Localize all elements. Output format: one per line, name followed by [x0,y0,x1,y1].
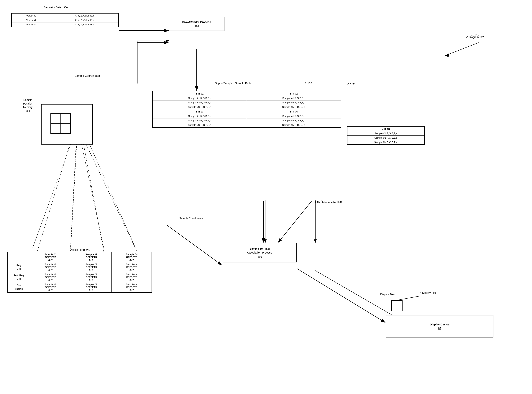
svg-line-6 [37,139,71,252]
draw-render-label: Draw/Render Process [171,20,222,24]
display-pixel-ref-arrow: ↗ Display Pixel [419,291,437,294]
super-sampled-ref: ↗ 162 [304,82,312,85]
sample-coords-bottom-label: Sample Coordinates [154,217,228,220]
table-row: Sample #N R,G,B,Z,a [348,140,424,145]
offsets-table-container: Offsets For Bin#1 Sample #1OFFSETSX, Y S… [7,248,152,293]
sample-to-pixel-box: Sample-To-PixelCalculation Process 360 [223,243,297,262]
geometry-table: Vertex #1 X, Y, Z, Color, Etc. Vertex #2… [11,13,118,27]
svg-line-22 [278,201,312,242]
svg-line-28 [86,145,135,248]
diagram-container: ↙ Diagram 112 Geometry Data 350 Vertex #… [0,0,532,394]
table-row: Bin #3 Bin #4 [153,109,341,114]
geometry-data-table: Vertex #1 X, Y, Z, Color, Etc. Vertex #2… [11,13,119,27]
table-row: Sto-chastic Sample #1OFFSETSX, Y Sample … [8,282,152,292]
svg-line-7 [70,139,77,252]
offsets-table-box: Sample #1OFFSETSX, Y Sample #2OFFSETSX, … [7,252,152,293]
sample-position-grid [41,104,93,145]
table-row: Reg.Grid Sample #1OFFSETSX, Y Sample #2O… [8,262,152,272]
super-sampled-label: Super-Sampled Sample Buffer [171,82,297,85]
display-pixel-label: Display Pixel [380,293,395,296]
inner-grid [50,114,71,134]
svg-line-24 [297,269,385,322]
offsets-table: Sample #1OFFSETSX, Y Sample #2OFFSETSX, … [8,252,152,292]
svg-line-29 [445,43,479,56]
bin-n-table: Bin #N Sample #1 R,G,B,Z,a Sample #2 R,G… [347,126,424,145]
bins-label: Bins (E.G., 1, 2x2, 4x4) [293,200,363,203]
table-row: Bin #N [348,127,424,131]
table-row: Sample #1 R,G,B,Z,a Sample #1 R,G,B,Z,a [153,114,341,119]
table-row: Sample #1OFFSETSX, Y Sample #2OFFSETSX, … [8,252,152,262]
table-row: Sample #N R,G,B,Z,a Sample #N R,G,B,Z,a [153,123,341,127]
geometry-data-label: Geometry Data 350 [26,6,85,9]
table-row: Sample #2 R,G,B,Z,a [348,136,424,140]
sample-position-label: Sample Position Memory 354 [11,98,45,113]
table-row: Vertex #3 X, Y, Z, Color, Etc. [12,22,118,27]
buffer-table: Bin #1 Bin #2 Sample #1 R,G,B,Z,a Sample… [153,91,341,127]
table-row: Pert. Reg.Grid Sample #1OFFSETSX, Y Samp… [8,272,152,282]
bin-n-box: Bin #N Sample #1 R,G,B,Z,a Sample #2 R,G… [347,126,425,145]
svg-line-8 [83,139,104,252]
svg-line-23 [167,225,222,265]
draw-render-box: Draw/Render Process 352 [169,17,224,31]
display-pixel-square [391,300,403,311]
table-row: Bin #1 Bin #2 [153,91,341,96]
ref-112-label: ↙ 112 [471,33,479,37]
table-row: Sample #N R,G,B,Z,a Sample #N R,G,B,Z,a [153,105,341,109]
table-row: Vertex #2 X, Y, Z, Color, Etc. [12,18,118,22]
svg-line-26 [70,145,76,248]
display-device-box: Display Device 84 [386,315,493,337]
draw-render-ref: 352 [171,24,222,27]
sample-to-pixel-ref: 360 [225,255,295,258]
svg-line-9 [87,139,137,252]
ref-162-arrow: ↗ 162 [347,83,355,86]
offsets-label: Offsets For Bin#1 [7,248,152,251]
display-device-ref: 84 [388,327,491,330]
table-row: Sample #2 R,G,B,Z,a Sample #2 R,G,B,Z,a [153,119,341,123]
svg-line-27 [82,145,104,248]
table-row: Sample #1 R,G,B,Z,a Sample #1 R,G,B,Z,a [153,96,341,100]
sample-to-pixel-label: Sample-To-PixelCalculation Process [225,247,295,255]
svg-line-31 [399,296,419,300]
table-row: Sample #2 R,G,B,Z,a Sample #2 R,G,B,Z,a [153,100,341,105]
svg-marker-30 [445,53,449,57]
table-row: Vertex #1 X, Y, Z, Color, Etc. [12,14,118,18]
super-sampled-buffer-table: Bin #1 Bin #2 Sample #1 R,G,B,Z,a Sample… [152,91,341,128]
display-device-label: Display Device [388,323,491,326]
sample-coords-top-label: Sample Coordinates [41,74,134,77]
svg-line-25 [32,145,70,248]
table-row: Sample #1 R,G,B,Z,a [348,131,424,136]
